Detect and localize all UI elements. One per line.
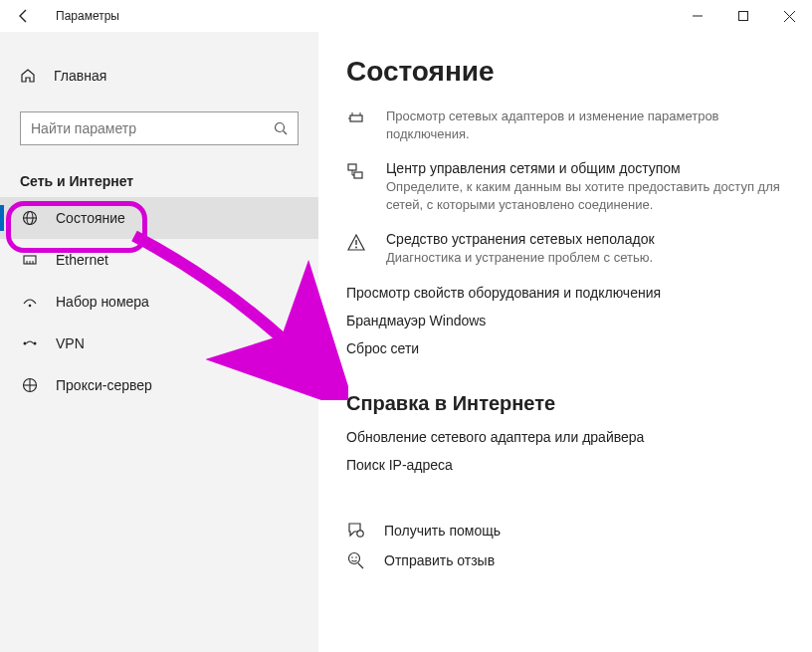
sidebar-item-label: Состояние (56, 210, 125, 226)
link-hw-properties[interactable]: Просмотр свойств оборудования и подключе… (346, 285, 788, 301)
svg-line-5 (284, 131, 288, 135)
option-title: Средство устранения сетевых неполадок (386, 231, 788, 247)
titlebar: Параметры (0, 0, 812, 32)
svg-rect-23 (348, 164, 356, 170)
option-desc: Просмотр сетевых адаптеров и изменение п… (386, 108, 788, 142)
option-desc: Определите, к каким данным вы хотите пре… (386, 178, 788, 213)
svg-point-14 (24, 342, 27, 345)
search-input[interactable] (31, 120, 274, 136)
svg-point-29 (357, 531, 363, 537)
network-center-icon (346, 160, 368, 213)
svg-point-32 (355, 556, 357, 558)
link-firewall[interactable]: Брандмауэр Windows (346, 313, 788, 328)
adapter-icon (346, 106, 368, 142)
svg-rect-19 (350, 115, 362, 121)
option-sharing-center[interactable]: Центр управления сетями и общим доступом… (346, 160, 788, 213)
footer-label: Получить помощь (384, 523, 501, 539)
warning-icon (346, 231, 368, 267)
option-title: Центр управления сетями и общим доступом (386, 160, 788, 176)
page-title: Состояние (346, 56, 788, 88)
sidebar: Главная Сеть и Интернет Состояние Et (0, 32, 318, 652)
svg-point-28 (355, 247, 357, 249)
footer-label: Отправить отзыв (384, 552, 495, 568)
option-desc: Диагностика и устранение проблем с сетью… (386, 249, 788, 267)
help-header: Справка в Интернете (346, 392, 788, 415)
sidebar-home-label: Главная (54, 68, 106, 84)
svg-point-4 (276, 123, 285, 132)
window-title: Параметры (48, 9, 119, 23)
link-network-reset[interactable]: Сброс сети (346, 340, 788, 356)
svg-point-15 (34, 342, 37, 345)
minimize-button[interactable] (675, 0, 720, 32)
proxy-icon (22, 377, 40, 393)
ethernet-icon (22, 252, 40, 268)
help-link-ip[interactable]: Поиск IP-адреса (346, 457, 788, 473)
maximize-button[interactable] (720, 0, 766, 32)
svg-rect-1 (739, 12, 748, 21)
vpn-icon (22, 335, 40, 351)
chat-icon (346, 521, 368, 541)
footer-get-help[interactable]: Получить помощь (346, 521, 788, 541)
search-icon (274, 121, 288, 135)
sidebar-item-status[interactable]: Состояние (0, 197, 318, 239)
dialup-icon (22, 294, 40, 310)
help-link-driver[interactable]: Обновление сетевого адаптера или драйвер… (346, 429, 788, 445)
globe-icon (22, 210, 40, 226)
feedback-icon (346, 550, 368, 570)
footer-feedback[interactable]: Отправить отзыв (346, 550, 788, 570)
sidebar-section-title: Сеть и Интернет (0, 145, 318, 197)
svg-point-13 (29, 305, 32, 308)
sidebar-item-vpn[interactable]: VPN (0, 323, 318, 364)
sidebar-item-dialup[interactable]: Набор номера (0, 281, 318, 323)
sidebar-item-proxy[interactable]: Прокси-сервер (0, 364, 318, 406)
content-pane: Состояние Просмотр сетевых адаптеров и и… (318, 32, 812, 652)
home-icon (20, 68, 38, 84)
option-troubleshoot[interactable]: Средство устранения сетевых неполадок Ди… (346, 231, 788, 267)
svg-point-30 (349, 552, 360, 563)
svg-rect-24 (354, 172, 362, 178)
close-button[interactable] (766, 0, 812, 32)
sidebar-item-label: Прокси-сервер (56, 377, 152, 393)
sidebar-item-ethernet[interactable]: Ethernet (0, 239, 318, 281)
option-adapters[interactable]: Просмотр сетевых адаптеров и изменение п… (346, 106, 788, 142)
search-box[interactable] (20, 111, 299, 145)
svg-point-31 (351, 556, 353, 558)
sidebar-item-label: VPN (56, 335, 85, 351)
settings-window: Параметры Главная (0, 0, 812, 652)
sidebar-home[interactable]: Главная (0, 56, 318, 96)
sidebar-item-label: Набор номера (56, 294, 149, 310)
sidebar-item-label: Ethernet (56, 252, 108, 268)
back-button[interactable] (0, 0, 48, 32)
